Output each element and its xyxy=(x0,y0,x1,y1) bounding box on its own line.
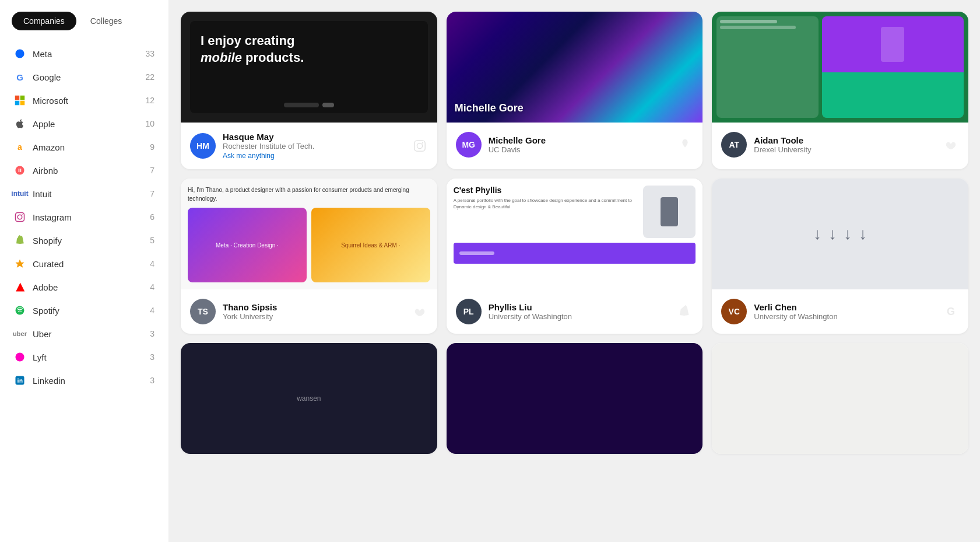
sidebar-count-adobe: 4 xyxy=(150,282,154,292)
sidebar-count-lyft: 3 xyxy=(150,352,154,362)
card-card-bottom-3[interactable] xyxy=(712,343,968,454)
card-preview-verli-chen: ↓ ↓ ↓ ↓ xyxy=(712,179,968,289)
sidebar-label-meta: Meta xyxy=(33,49,138,59)
colleges-toggle[interactable]: Colleges xyxy=(79,12,134,30)
sidebar-count-amazon: 9 xyxy=(150,142,154,152)
card-card-bottom-1[interactable]: wansen xyxy=(181,343,437,454)
card-phyllis-liu[interactable]: C'est Phyllis A personal portfolio with … xyxy=(447,179,703,334)
card-sub-phyllis-liu: University of Washington xyxy=(489,312,670,321)
meta-icon xyxy=(14,48,26,60)
card-info-hasque-may: Hasque May Rochester Institute of Tech. … xyxy=(223,132,405,160)
sidebar-item-meta[interactable]: Meta 33 xyxy=(0,42,168,65)
airbnb-icon xyxy=(14,165,26,176)
card-tag-hasque-may: Ask me anything xyxy=(223,152,405,160)
sidebar-item-spotify[interactable]: Spotify 4 xyxy=(0,299,168,322)
card-card-bottom-2[interactable] xyxy=(447,343,703,454)
sidebar-item-apple[interactable]: Apple 10 xyxy=(0,112,168,135)
card-preview-phyllis-liu: C'est Phyllis A personal portfolio with … xyxy=(447,179,703,289)
intuit-icon: intuit xyxy=(14,188,26,200)
sidebar-item-curated[interactable]: Curated 4 xyxy=(0,252,168,275)
sidebar-count-curated: 4 xyxy=(150,259,154,268)
card-sub-michelle-gore: UC Davis xyxy=(489,145,670,154)
card-brand-meta xyxy=(943,137,959,153)
card-verli-chen[interactable]: ↓ ↓ ↓ ↓ VC Verli Chen University of Wash… xyxy=(712,179,968,334)
card-name-aidan-toole: Aidan Toole xyxy=(754,135,936,145)
microsoft-icon xyxy=(14,95,26,106)
sidebar-label-instagram: Instagram xyxy=(33,212,143,222)
svg-rect-1 xyxy=(20,96,25,100)
card-preview-michelle-gore: Michelle Gore xyxy=(447,12,703,123)
card-sub-thano-sipsis: York University xyxy=(223,312,405,321)
sidebar-label-curated: Curated xyxy=(33,259,143,269)
sidebar-label-uber: Uber xyxy=(33,329,143,339)
sidebar-label-microsoft: Microsoft xyxy=(33,96,138,106)
card-info-thano-sipsis: Thano Sipsis York University xyxy=(223,302,405,321)
sidebar-item-google[interactable]: G Google 22 xyxy=(0,65,168,89)
shopify-icon xyxy=(14,235,26,246)
amazon-icon: a xyxy=(14,141,26,153)
card-info-michelle-gore: Michelle Gore UC Davis xyxy=(489,135,670,154)
sidebar-item-adobe[interactable]: Adobe 4 xyxy=(0,275,168,299)
sidebar-item-linkedin[interactable]: Linkedin 3 xyxy=(0,369,168,392)
cards-grid: I enjoy creatingmobile products. HM Hasq… xyxy=(181,12,968,454)
svg-point-5 xyxy=(17,215,22,219)
card-footer-verli-chen: VC Verli Chen University of Washington G xyxy=(712,289,968,334)
sidebar-item-uber[interactable]: uber Uber 3 xyxy=(0,322,168,345)
svg-rect-0 xyxy=(15,96,20,100)
card-footer-michelle-gore: MG Michelle Gore UC Davis xyxy=(447,123,703,167)
avatar-verli-chen: VC xyxy=(721,299,747,324)
sidebar-items-container: Meta 33 G Google 22 Microsoft 12 Apple 1… xyxy=(0,42,168,392)
card-brand-meta xyxy=(412,303,428,320)
sidebar-label-airbnb: Airbnb xyxy=(33,166,143,176)
card-preview-thano-sipsis: Hi, I'm Thano, a product designer with a… xyxy=(181,179,437,289)
sidebar-count-airbnb: 7 xyxy=(150,166,154,175)
card-name-verli-chen: Verli Chen xyxy=(754,302,936,312)
card-footer-thano-sipsis: TS Thano Sipsis York University xyxy=(181,289,437,334)
sidebar-item-microsoft[interactable]: Microsoft 12 xyxy=(0,89,168,112)
sidebar-item-amazon[interactable]: a Amazon 9 xyxy=(0,135,168,159)
card-info-aidan-toole: Aidan Toole Drexel University xyxy=(754,135,936,154)
sidebar-label-lyft: Lyft xyxy=(33,352,143,362)
sidebar-item-instagram[interactable]: Instagram 6 xyxy=(0,205,168,229)
card-preview-card-bottom-1: wansen xyxy=(181,343,437,454)
sidebar-item-lyft[interactable]: Lyft 3 xyxy=(0,345,168,369)
card-brand-shopify xyxy=(677,303,693,320)
uber-icon: uber xyxy=(14,328,26,340)
card-preview-hasque-may: I enjoy creatingmobile products. xyxy=(181,12,437,123)
sidebar-count-google: 22 xyxy=(145,72,154,82)
svg-marker-8 xyxy=(16,283,24,292)
svg-point-6 xyxy=(22,214,23,215)
sidebar-count-linkedin: 3 xyxy=(150,376,154,385)
spotify-icon xyxy=(14,305,26,316)
svg-rect-2 xyxy=(15,101,20,106)
sidebar-label-apple: Apple xyxy=(33,119,138,129)
sidebar-item-intuit[interactable]: intuit Intuit 7 xyxy=(0,182,168,205)
card-aidan-toole[interactable]: AT Aidan Toole Drexel University xyxy=(712,12,968,169)
card-sub-aidan-toole: Drexel University xyxy=(754,145,936,154)
avatar-aidan-toole: AT xyxy=(721,132,747,158)
sidebar-item-airbnb[interactable]: Airbnb 7 xyxy=(0,159,168,182)
instagram-icon xyxy=(14,211,26,223)
sidebar-count-spotify: 4 xyxy=(150,306,154,315)
svg-point-9 xyxy=(16,306,24,315)
companies-toggle[interactable]: Companies xyxy=(12,12,76,30)
sidebar-item-shopify[interactable]: Shopify 5 xyxy=(0,229,168,252)
card-footer-hasque-may: HM Hasque May Rochester Institute of Tec… xyxy=(181,123,437,169)
lyft-icon xyxy=(14,351,26,363)
svg-rect-11 xyxy=(414,141,424,151)
card-preview-card-bottom-3 xyxy=(712,343,968,454)
card-thano-sipsis[interactable]: Hi, I'm Thano, a product designer with a… xyxy=(181,179,437,334)
card-michelle-gore[interactable]: Michelle Gore MG Michelle Gore UC Davis xyxy=(447,12,703,169)
svg-point-12 xyxy=(417,143,422,148)
sidebar-count-uber: 3 xyxy=(150,329,154,338)
card-brand-airbnb xyxy=(677,137,693,153)
toggle-group: Companies Colleges xyxy=(0,12,168,42)
apple-icon xyxy=(14,118,26,130)
card-preview-aidan-toole xyxy=(712,12,968,123)
card-hasque-may[interactable]: I enjoy creatingmobile products. HM Hasq… xyxy=(181,12,437,169)
svg-rect-4 xyxy=(16,213,24,222)
sidebar-label-linkedin: Linkedin xyxy=(33,376,143,386)
sidebar-count-microsoft: 12 xyxy=(145,96,154,105)
adobe-icon xyxy=(14,281,26,293)
linkedin-icon xyxy=(14,375,26,386)
